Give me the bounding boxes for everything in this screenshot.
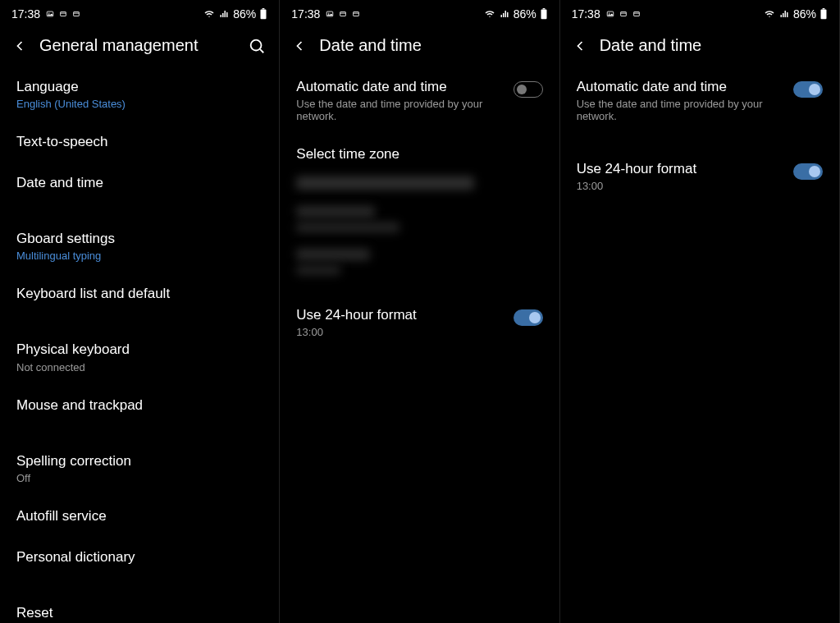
item-24h-format[interactable]: Use 24-hour format 13:00 [560, 149, 839, 204]
panel-date-time-off: 17:38 86% Date and time Automatic date a… [280, 0, 559, 623]
svg-rect-6 [261, 9, 267, 19]
item-auto-date-time[interactable]: Automatic date and time Use the date and… [560, 66, 839, 134]
svg-point-8 [251, 39, 262, 50]
window-icon-2 [71, 10, 81, 18]
chevron-left-icon [572, 38, 588, 54]
page-title: Date and time [319, 36, 546, 55]
image-icon [45, 10, 55, 18]
svg-rect-14 [354, 12, 359, 16]
wifi-icon [484, 9, 495, 19]
window-icon [619, 10, 628, 18]
item-reset[interactable]: Reset [0, 593, 279, 623]
svg-line-9 [260, 49, 263, 53]
image-icon [325, 10, 335, 18]
settings-list: Automatic date and time Use the date and… [560, 66, 839, 204]
battery-icon [540, 8, 548, 20]
svg-rect-24 [820, 9, 826, 19]
item-spelling-correction[interactable]: Spelling correction Off [0, 441, 279, 496]
search-button[interactable] [248, 37, 266, 55]
item-gboard-settings[interactable]: Gboard settings Multilingual typing [0, 218, 279, 273]
wifi-icon [764, 9, 775, 19]
item-select-time-zone[interactable]: Select time zone [280, 134, 559, 167]
item-autofill-service[interactable]: Autofill service [0, 496, 279, 537]
panel-date-time-on: 17:38 86% Date and time Automatic date a… [560, 0, 840, 623]
signal-icon [499, 9, 510, 19]
window-icon [58, 10, 68, 18]
battery-icon [259, 8, 267, 20]
item-date-and-time[interactable]: Date and time [0, 163, 279, 204]
back-button[interactable] [291, 38, 308, 54]
redacted-content [280, 167, 559, 295]
svg-rect-2 [61, 12, 66, 16]
image-icon [605, 10, 615, 18]
item-personal-dictionary[interactable]: Personal dictionary [0, 537, 279, 578]
search-icon [248, 37, 266, 55]
item-physical-keyboard[interactable]: Physical keyboard Not connected [0, 329, 279, 384]
toggle-auto-date-time[interactable] [514, 81, 543, 98]
battery-percent: 86% [233, 7, 256, 21]
svg-rect-25 [823, 8, 825, 9]
svg-rect-17 [542, 8, 545, 9]
status-time: 17:38 [572, 7, 600, 21]
status-time: 17:38 [291, 7, 320, 21]
svg-point-19 [609, 13, 609, 14]
header: Date and time [280, 25, 559, 66]
toggle-24h-format[interactable] [514, 309, 543, 326]
toggle-24h-format[interactable] [793, 163, 823, 180]
svg-rect-20 [620, 12, 626, 16]
page-title: Date and time [600, 36, 826, 55]
item-24h-format[interactable]: Use 24-hour format 13:00 [280, 295, 559, 350]
status-bar: 17:38 86% [280, 0, 559, 25]
svg-point-11 [329, 13, 330, 14]
panel-general-management: 17:38 86% General management Language En… [0, 0, 280, 623]
item-keyboard-list[interactable]: Keyboard list and default [0, 273, 279, 314]
battery-percent: 86% [793, 7, 816, 21]
item-mouse-trackpad[interactable]: Mouse and trackpad [0, 385, 279, 426]
svg-rect-16 [541, 9, 546, 19]
window-icon [338, 10, 348, 18]
svg-rect-7 [262, 8, 265, 9]
page-title: General management [39, 36, 236, 55]
header: Date and time [560, 25, 839, 66]
back-button[interactable] [11, 38, 28, 54]
svg-rect-12 [340, 12, 346, 16]
svg-rect-4 [74, 12, 80, 16]
window-icon-2 [351, 10, 361, 18]
settings-list: Language English (United States) Text-to… [0, 66, 279, 623]
chevron-left-icon [291, 38, 308, 54]
signal-icon [218, 9, 230, 19]
status-bar: 17:38 86% [560, 0, 839, 25]
back-button[interactable] [572, 38, 588, 54]
svg-rect-22 [633, 12, 639, 16]
header: General management [0, 25, 279, 66]
chevron-left-icon [11, 38, 28, 54]
item-auto-date-time[interactable]: Automatic date and time Use the date and… [280, 66, 559, 134]
window-icon-2 [632, 10, 641, 18]
signal-icon [778, 9, 790, 19]
status-time: 17:38 [11, 7, 40, 21]
item-language[interactable]: Language English (United States) [0, 66, 279, 121]
status-bar: 17:38 86% [0, 0, 279, 25]
battery-icon [819, 8, 828, 20]
toggle-auto-date-time[interactable] [793, 81, 823, 98]
battery-percent: 86% [514, 7, 536, 21]
svg-point-1 [48, 13, 49, 14]
settings-list: Automatic date and time Use the date and… [280, 66, 559, 350]
item-text-to-speech[interactable]: Text-to-speech [0, 121, 279, 163]
wifi-icon [203, 9, 215, 19]
